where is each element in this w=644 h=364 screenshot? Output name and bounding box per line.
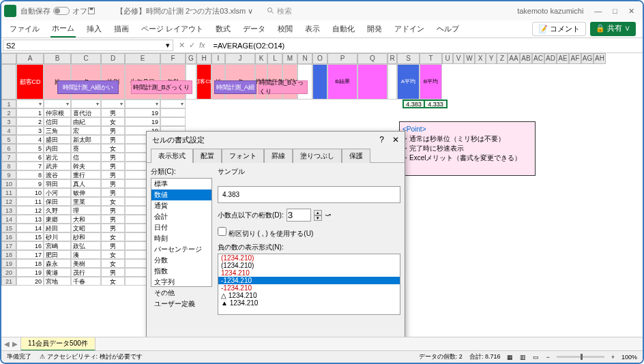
share-button[interactable]: 🔒 共有 ∨: [590, 22, 636, 36]
sheet-nav-prev-icon[interactable]: ◀: [4, 340, 10, 348]
col-header[interactable]: M: [282, 53, 297, 64]
row-header[interactable]: 5: [1, 135, 16, 144]
col-header[interactable]: T: [420, 53, 442, 64]
col-header[interactable]: W: [464, 53, 475, 64]
minimize-icon[interactable]: —: [594, 7, 602, 16]
category-item[interactable]: 通貨: [151, 200, 211, 211]
tab-developer[interactable]: 開発: [366, 21, 383, 37]
category-item[interactable]: 会計: [151, 211, 211, 222]
zoom-in-icon[interactable]: +: [611, 354, 615, 361]
col-header[interactable]: E: [125, 53, 160, 64]
btn-measure-a1[interactable]: 時間計測_A細かい: [57, 80, 119, 94]
category-item[interactable]: 文字列: [151, 277, 211, 288]
row-header[interactable]: 12: [1, 197, 16, 206]
col-header[interactable]: N: [297, 53, 312, 64]
category-item[interactable]: 分数: [151, 255, 211, 266]
save-icon[interactable]: [87, 7, 96, 15]
view-normal-icon[interactable]: ▦: [507, 354, 513, 361]
zoom-value[interactable]: 100%: [621, 354, 637, 361]
col-header[interactable]: AG: [581, 53, 594, 64]
search-input[interactable]: 検索: [277, 6, 292, 16]
col-header[interactable]: L: [267, 53, 282, 64]
category-item[interactable]: ユーザー定義: [151, 299, 211, 309]
col-header[interactable]: AA: [508, 53, 520, 64]
negative-item[interactable]: 1234.210: [218, 269, 400, 277]
row-header[interactable]: 4: [1, 126, 16, 135]
row-header[interactable]: 18: [1, 250, 16, 259]
col-header[interactable]: AF: [569, 53, 581, 64]
negative-item[interactable]: △ 1234.210: [218, 292, 400, 299]
col-header[interactable]: Q: [357, 53, 387, 64]
view-pagebreak-icon[interactable]: ▭: [533, 354, 539, 361]
dtab-fill[interactable]: 塗りつぶし: [293, 149, 342, 163]
dialog-help-icon[interactable]: ?: [379, 135, 384, 145]
spin-down-icon[interactable]: ▼: [314, 215, 322, 221]
dialog-close-icon[interactable]: ✕: [392, 135, 399, 145]
category-item[interactable]: 数値: [151, 189, 211, 200]
dtab-border[interactable]: 罫線: [264, 149, 293, 163]
view-pagelayout-icon[interactable]: ▥: [520, 354, 526, 361]
col-header[interactable]: H: [196, 53, 211, 64]
category-item[interactable]: 標準: [151, 179, 211, 189]
dtab-number[interactable]: 表示形式: [151, 149, 193, 163]
negative-item[interactable]: -1234.210: [218, 277, 400, 284]
col-header[interactable]: B: [44, 53, 71, 64]
tab-data[interactable]: データ: [241, 21, 267, 37]
row-header[interactable]: [1, 64, 16, 100]
zoom-out-icon[interactable]: −: [546, 354, 549, 361]
col-header[interactable]: Y: [486, 53, 497, 64]
col-header[interactable]: O: [312, 53, 327, 64]
col-header[interactable]: C: [71, 53, 101, 64]
accept-icon[interactable]: ✓: [189, 41, 195, 50]
col-header[interactable]: AH: [594, 53, 606, 64]
formula-input[interactable]: =AVERAGE(O2:O14): [209, 41, 643, 50]
negative-item[interactable]: (1234.210): [218, 262, 400, 269]
category-item[interactable]: 時刻: [151, 233, 211, 244]
col-header[interactable]: AE: [557, 53, 569, 64]
status-accessibility[interactable]: ⚠ アクセシビリティ: 検討が必要です: [40, 352, 143, 361]
maximize-icon[interactable]: □: [613, 7, 617, 16]
close-icon[interactable]: ✕: [628, 7, 634, 16]
dtab-protect[interactable]: 保護: [342, 149, 370, 163]
col-header[interactable]: U: [442, 53, 453, 64]
row-header[interactable]: 2: [1, 108, 16, 117]
col-header[interactable]: J: [225, 53, 255, 64]
btn-measure-b2[interactable]: 時間計測_Bざっくり: [259, 80, 308, 94]
row-header[interactable]: 11: [1, 188, 16, 197]
col-header[interactable]: A: [16, 53, 44, 64]
col-header[interactable]: Z: [497, 53, 508, 64]
tab-insert[interactable]: 挿入: [85, 21, 103, 37]
decimal-input[interactable]: [287, 209, 311, 222]
row-header[interactable]: 13: [1, 206, 16, 215]
row-header[interactable]: 17: [1, 241, 16, 250]
btn-measure-a2[interactable]: 時間計測_A細: [214, 80, 257, 94]
tab-formula[interactable]: 数式: [214, 21, 232, 37]
tab-help[interactable]: ヘルプ: [435, 21, 460, 37]
col-header[interactable]: AC: [532, 53, 544, 64]
autosave-toggle[interactable]: 自動保存 オフ: [20, 6, 87, 16]
cell-s2[interactable]: 4.383: [402, 100, 425, 108]
tab-draw[interactable]: 描画: [113, 21, 130, 37]
row-header[interactable]: 20: [1, 268, 16, 277]
row-header[interactable]: 16: [1, 232, 16, 241]
thousand-sep-checkbox[interactable]: [218, 227, 226, 236]
row-header[interactable]: 14: [1, 215, 16, 224]
tab-file[interactable]: ファイル: [8, 21, 41, 37]
tab-addin[interactable]: アドイン: [393, 21, 426, 37]
tab-pagelayout[interactable]: ページ レイアウト: [140, 21, 205, 37]
row-header[interactable]: 21: [1, 277, 16, 286]
zoom-slider[interactable]: [557, 356, 604, 358]
category-list[interactable]: 標準数値通貨会計日付時刻パーセンテージ分数指数文字列その他ユーザー定義: [151, 178, 212, 287]
col-header[interactable]: R: [387, 53, 397, 64]
row-header[interactable]: 19: [1, 259, 16, 268]
tab-review[interactable]: 校閲: [276, 21, 294, 37]
tab-view[interactable]: 表示: [304, 21, 321, 37]
col-header[interactable]: P: [327, 53, 357, 64]
col-header[interactable]: G: [186, 53, 196, 64]
user-name[interactable]: takemoto kazumichi: [512, 7, 589, 15]
category-item[interactable]: その他: [151, 288, 211, 299]
row-header[interactable]: 10: [1, 179, 16, 188]
filename[interactable]: 【必修】時間の計測 2つの方法03.xlsm ∨: [116, 6, 253, 16]
category-item[interactable]: 日付: [151, 222, 211, 233]
spin-up-icon[interactable]: ▲: [314, 210, 322, 215]
